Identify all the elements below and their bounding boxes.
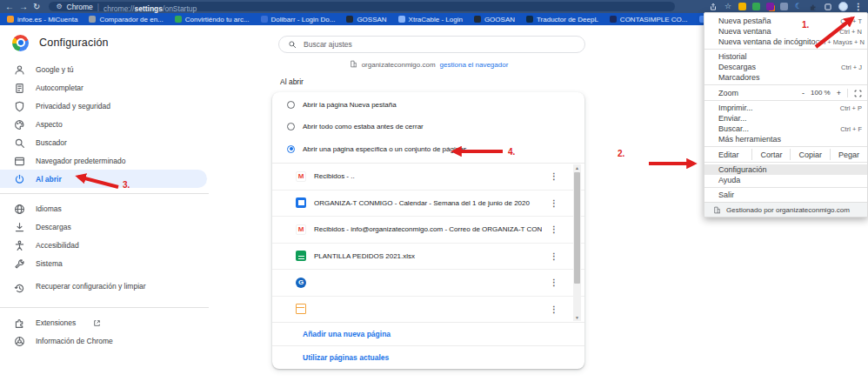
spreadsheet-icon — [296, 251, 306, 261]
row-kebab-icon[interactable]: ⋮ — [550, 304, 558, 314]
sidebar-item-recuperar[interactable]: Recuperar configuración y limpiar — [0, 272, 209, 302]
option-continue[interactable]: Abrir todo como estaba antes de cerrar — [272, 115, 584, 137]
bookmark-item[interactable]: XtraCable - Login — [398, 16, 463, 23]
list-scrollbar[interactable]: ▲ ▼ — [573, 164, 581, 321]
bookmark-item[interactable]: GOOSAN — [474, 16, 515, 23]
bookmark-item[interactable]: infoe.es - MiCuenta — [7, 16, 77, 23]
menu-item-help[interactable]: Ayuda — [704, 175, 867, 185]
sidebar-item-sistema[interactable]: Sistema — [0, 254, 209, 272]
startup-page-row[interactable]: M Recibidos - .. ⋮ — [272, 164, 584, 191]
sidebar-item-informacion-chrome[interactable]: Información de Chrome — [0, 331, 209, 350]
bookmark-item[interactable]: Comparador de en... — [89, 16, 163, 23]
menu-item-history[interactable]: Historial — [704, 51, 867, 62]
row-kebab-icon[interactable]: ⋮ — [550, 198, 558, 208]
bookmark-item[interactable]: CONTASIMPLE CO... — [610, 16, 688, 23]
radio-selected-icon[interactable] — [287, 145, 295, 153]
menu-item-print[interactable]: Imprimir...Ctrl + P — [704, 103, 867, 113]
extensions-puzzle-icon[interactable] — [809, 3, 818, 11]
menu-item-new-window[interactable]: Nueva ventanaCtrl + N — [704, 26, 867, 37]
page-info-icon[interactable]: ⚙ — [56, 3, 62, 10]
settings-search[interactable] — [278, 36, 585, 53]
gmail-icon: M — [296, 171, 306, 182]
sidebar-item-extensiones[interactable]: Extensiones — [0, 313, 209, 331]
sidebar-item-autocompletar[interactable]: Autocompletar — [0, 78, 209, 97]
sidebar-item-navegador-predeterminado[interactable]: Navegador predeterminado — [0, 151, 209, 170]
menu-item-bookmarks[interactable]: Marcadores — [704, 72, 867, 83]
back-icon[interactable]: ← — [5, 3, 14, 11]
radio-icon[interactable] — [287, 123, 295, 130]
extension-icon-2[interactable] — [752, 3, 760, 10]
startup-page-row[interactable]: ORGANIZA-T CONMIGO - Calendar - Semana d… — [272, 191, 584, 217]
sidebar-item-google-y-tu[interactable]: Google y tú — [0, 60, 209, 78]
option-new-tab[interactable]: Abrir la página Nueva pestaña — [272, 92, 584, 115]
address-bar[interactable]: ⚙ Chrome | chrome://settings/onStartup — [49, 2, 675, 11]
scrollbar-thumb[interactable] — [574, 172, 580, 284]
add-page-link[interactable]: Añadir una nueva página — [272, 322, 584, 345]
startup-page-row[interactable]: ⋮ — [272, 297, 584, 323]
menu-item-send[interactable]: Enviar... — [704, 113, 867, 124]
fullscreen-icon[interactable] — [854, 85, 862, 101]
search-input[interactable] — [304, 40, 576, 49]
dark-mode-extension-icon[interactable]: ☾ — [794, 3, 803, 11]
menu-item-incognito[interactable]: Nueva ventana de incógnitoCtrl + Mayús +… — [704, 37, 867, 47]
globe-icon — [14, 203, 25, 214]
managed-notice: organizateconmigo.com gestiona el navega… — [272, 60, 585, 70]
menu-item-more-tools[interactable]: Más herramientas — [704, 134, 867, 144]
startup-page-row[interactable]: G ⋮ — [272, 270, 584, 297]
use-current-pages-link[interactable]: Utilizar páginas actuales — [272, 345, 584, 369]
menu-item-downloads[interactable]: DescargasCtrl + J — [704, 62, 867, 72]
managed-link[interactable]: gestiona el navegador — [440, 61, 509, 69]
profile-avatar[interactable] — [838, 2, 848, 11]
extension-icon-1[interactable] — [738, 3, 746, 10]
scroll-up-icon[interactable]: ▲ — [575, 164, 579, 171]
url-separator: | — [97, 3, 99, 11]
copy-button[interactable]: Copiar — [790, 149, 830, 160]
sidebar-item-privacidad[interactable]: Privacidad y seguridad — [0, 97, 209, 115]
url-app-label: Chrome — [67, 3, 93, 11]
extension-icon-4[interactable] — [780, 3, 788, 10]
bookmark-item[interactable]: Convirtiéndo tu arc... — [175, 16, 250, 23]
menu-item-find[interactable]: Buscar...Ctrl + F — [704, 124, 867, 134]
scroll-down-icon[interactable]: ▼ — [575, 314, 579, 321]
row-kebab-icon[interactable]: ⋮ — [550, 224, 558, 234]
tab-search-icon[interactable] — [824, 3, 832, 11]
sidebar-item-al-abrir[interactable]: Al abrir — [0, 170, 207, 188]
startup-page-row[interactable]: PLANTILLA PEDIDOS 2021.xlsx ⋮ — [272, 244, 584, 271]
g-favicon-icon: G — [296, 278, 306, 288]
share-icon[interactable] — [709, 3, 718, 11]
row-kebab-icon[interactable]: ⋮ — [550, 251, 558, 261]
row-kebab-icon[interactable]: ⋮ — [550, 278, 558, 287]
option-specific-pages[interactable]: Abrir una página específica o un conjunt… — [272, 137, 584, 160]
bookmark-item[interactable]: GOSSAN — [346, 16, 386, 23]
zoom-out-button[interactable]: - — [802, 89, 805, 97]
chrome-menu: Nueva pestañaCtrl + T Nueva ventanaCtrl … — [704, 12, 868, 217]
bookmark-item[interactable]: Dolibarr - Login Do... — [261, 16, 336, 23]
sidebar-item-accesibilidad[interactable]: Accesibilidad — [0, 236, 209, 254]
menu-item-quit[interactable]: Salir — [704, 190, 867, 200]
menu-kebab-icon[interactable]: ⋮ — [854, 2, 863, 11]
bookmark-favicon — [261, 16, 268, 23]
menu-item-settings[interactable]: Configuración — [704, 164, 867, 175]
bookmark-star-icon[interactable]: ☆ — [724, 3, 732, 11]
person-icon — [14, 64, 25, 75]
cut-button[interactable]: Cortar — [751, 149, 790, 160]
sidebar-nav: Google y tú Autocompletar Privacidad y s… — [0, 60, 209, 350]
puzzle-icon — [14, 317, 25, 328]
menu-item-new-tab[interactable]: Nueva pestañaCtrl + T — [704, 16, 867, 26]
forward-icon[interactable]: → — [19, 3, 28, 11]
startup-page-row[interactable]: M Recibidos - info@organizateconmigo.com… — [272, 217, 584, 244]
extension-icon-3[interactable] — [766, 3, 774, 10]
menu-divider — [704, 162, 867, 163]
sidebar-item-buscador[interactable]: Buscador — [0, 133, 209, 151]
reload-icon[interactable]: ↻ — [33, 3, 40, 11]
row-kebab-icon[interactable]: ⋮ — [550, 171, 558, 181]
sidebar-divider — [0, 307, 209, 308]
sidebar-item-idiomas[interactable]: Idiomas — [0, 199, 209, 217]
sidebar-item-descargas[interactable]: Descargas — [0, 217, 209, 236]
bookmark-item[interactable]: Traductor de DeepL — [526, 16, 598, 23]
menu-item-edit: Editar Cortar Copiar Pegar — [704, 149, 867, 160]
paste-button[interactable]: Pegar — [830, 149, 867, 160]
sidebar-item-aspecto[interactable]: Aspecto — [0, 115, 209, 133]
radio-icon[interactable] — [287, 101, 295, 109]
zoom-in-button[interactable]: + — [837, 89, 841, 97]
